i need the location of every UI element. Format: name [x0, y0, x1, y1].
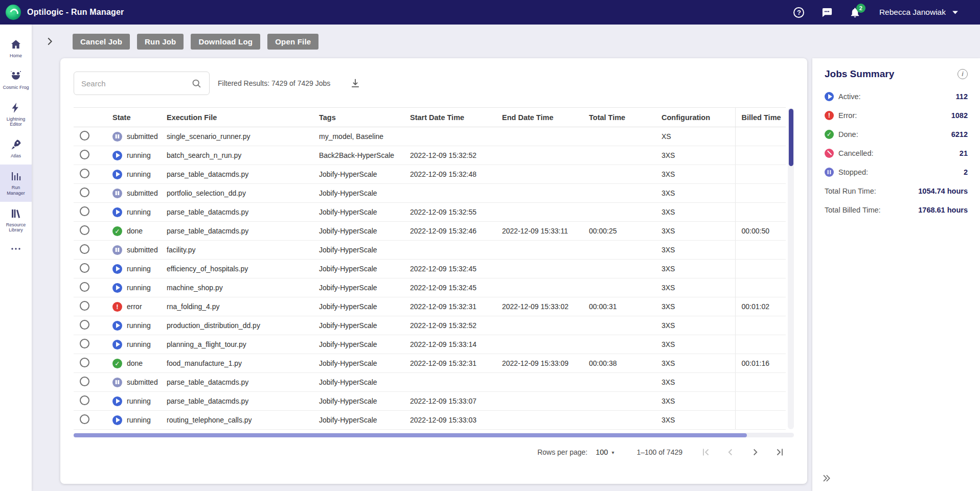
- summary-status-icon: [825, 92, 834, 101]
- job-state-label: running: [127, 208, 151, 216]
- execution-file-cell: batch_search_n_run.py: [164, 146, 316, 165]
- billed-time-cell: 00:00:50: [735, 222, 786, 241]
- pagination-range-label: 1–100 of 7429: [636, 448, 682, 456]
- expand-panel-chevron[interactable]: [42, 34, 57, 49]
- end-date-time-cell: [499, 127, 586, 146]
- jobs-summary-panel: Jobs Summary i Active: 112: [812, 58, 980, 491]
- sidebar-item-lightning-editor[interactable]: Lightning Editor: [0, 96, 32, 133]
- row-select-radio[interactable]: [80, 377, 89, 386]
- end-date-time-cell: [499, 392, 586, 411]
- summary-stat-row: Active: 112: [825, 87, 968, 106]
- col-header-start-date-time[interactable]: Start Date Time: [407, 108, 499, 127]
- total-time-cell: [586, 146, 658, 165]
- notifications-bell-icon[interactable]: 2: [848, 5, 862, 19]
- table-row: running parse_table_datacmds.py Jobify-H…: [74, 165, 786, 184]
- row-select-radio[interactable]: [80, 414, 89, 424]
- tags-cell: Jobify-HyperScale: [316, 241, 407, 260]
- horizontal-scrollbar-thumb[interactable]: [74, 433, 747, 437]
- open-file-button[interactable]: Open File: [267, 34, 318, 50]
- rows-per-page-select[interactable]: 100 ▾: [596, 448, 614, 456]
- sidebar-item-cosmic-frog[interactable]: Cosmic Frog: [0, 64, 32, 96]
- start-date-time-cell: 2022-12-09 15:32:48: [407, 165, 499, 184]
- execution-file-cell: parse_table_datacmds.py: [164, 392, 316, 411]
- col-header-state[interactable]: State: [106, 108, 164, 127]
- row-select-radio[interactable]: [80, 131, 89, 141]
- start-date-time-cell: 2022-12-09 15:32:52: [407, 316, 499, 335]
- previous-page-icon: [725, 447, 736, 458]
- help-icon[interactable]: ?: [792, 5, 806, 19]
- search-icon[interactable]: [191, 78, 202, 89]
- collapse-panel-icon[interactable]: [818, 471, 834, 486]
- sidebar-item-run-manager[interactable]: Run Manager: [0, 165, 32, 202]
- next-page-icon: [749, 447, 761, 458]
- sidebar-more-button[interactable]: [0, 243, 32, 255]
- summary-stat-value: 6212: [951, 130, 968, 138]
- pagination-bar: Rows per page: 100 ▾ 1–100 of 7429: [74, 437, 794, 467]
- content-area: Cancel Job Run Job Download Log Open Fil…: [32, 25, 980, 491]
- tags-cell: Jobify-HyperScale: [316, 278, 407, 297]
- start-date-time-cell: 2022-12-09 15:32:55: [407, 203, 499, 222]
- more-ellipsis-icon: [10, 243, 22, 255]
- table-row: running batch_search_n_run.py Back2Back-…: [74, 146, 786, 165]
- last-page-button[interactable]: [767, 442, 792, 462]
- table-row: running parse_table_datacmds.py Jobify-H…: [74, 203, 786, 222]
- col-header-end-date-time[interactable]: End Date Time: [499, 108, 586, 127]
- first-page-button[interactable]: [694, 442, 718, 462]
- summary-stat-label: Error:: [838, 111, 857, 120]
- billed-time-cell: [735, 335, 786, 354]
- vertical-scrollbar[interactable]: [788, 108, 794, 429]
- col-header-execution-file[interactable]: Execution File: [164, 108, 316, 127]
- row-select-radio[interactable]: [80, 339, 89, 348]
- user-menu[interactable]: Rebecca Janowiak: [879, 8, 959, 17]
- col-header-total-time[interactable]: Total Time: [586, 108, 658, 127]
- sidebar-item-atlas[interactable]: Atlas: [0, 133, 32, 165]
- chat-icon[interactable]: [820, 5, 834, 19]
- run-job-button[interactable]: Run Job: [137, 34, 184, 50]
- end-date-time-cell: [499, 411, 586, 430]
- summary-totals: Total Run Time: 1054.74 hours Total Bill…: [825, 181, 968, 219]
- download-icon[interactable]: [349, 77, 362, 90]
- summary-total-row: Total Billed Time: 1768.61 hours: [825, 200, 968, 219]
- horizontal-scrollbar[interactable]: [74, 433, 794, 437]
- row-select-radio[interactable]: [80, 263, 89, 273]
- row-select-radio[interactable]: [80, 395, 89, 405]
- billed-time-cell: 00:01:16: [735, 354, 786, 373]
- jobs-table-card: Filtered Results: 7429 of 7429 Jobs: [60, 58, 807, 484]
- configuration-cell: 3XS: [658, 203, 735, 222]
- execution-file-cell: planning_a_flight_tour.py: [164, 335, 316, 354]
- row-select-radio[interactable]: [80, 301, 89, 311]
- search-input[interactable]: [81, 79, 187, 88]
- table-row: done food_manufacture_1.py Jobify-HyperS…: [74, 354, 786, 373]
- row-select-radio[interactable]: [80, 169, 89, 178]
- next-page-button[interactable]: [743, 442, 767, 462]
- row-select-radio[interactable]: [80, 282, 89, 292]
- row-select-radio[interactable]: [80, 320, 89, 330]
- row-select-radio[interactable]: [80, 206, 89, 216]
- tags-cell: Jobify-HyperScale: [316, 335, 407, 354]
- info-icon[interactable]: i: [958, 69, 968, 79]
- summary-status-icon: [825, 149, 834, 158]
- configuration-cell: 3XS: [658, 278, 735, 297]
- job-status-icon: [112, 340, 122, 349]
- previous-page-button[interactable]: [718, 442, 743, 462]
- sidebar-item-home[interactable]: Home: [0, 33, 32, 64]
- col-header-tags[interactable]: Tags: [316, 108, 407, 127]
- billed-time-cell: 00:01:02: [735, 297, 786, 316]
- start-date-time-cell: [407, 127, 499, 146]
- configuration-cell: 3XS: [658, 373, 735, 392]
- end-date-time-cell: [499, 146, 586, 165]
- sidebar-item-resource-library[interactable]: Resource Library: [0, 202, 32, 239]
- optilogic-logo-icon[interactable]: [6, 5, 21, 20]
- col-header-billed-time[interactable]: Billed Time: [735, 108, 786, 127]
- row-select-radio[interactable]: [80, 150, 89, 159]
- row-select-radio[interactable]: [80, 225, 89, 235]
- total-time-cell: [586, 392, 658, 411]
- row-select-radio[interactable]: [80, 358, 89, 367]
- cancel-job-button[interactable]: Cancel Job: [73, 34, 130, 50]
- row-select-radio[interactable]: [80, 244, 89, 254]
- download-log-button[interactable]: Download Log: [191, 34, 260, 50]
- vertical-scrollbar-thumb[interactable]: [789, 109, 793, 166]
- job-status-icon: [112, 302, 122, 312]
- row-select-radio[interactable]: [80, 188, 89, 197]
- col-header-configuration[interactable]: Configuration: [658, 108, 735, 127]
